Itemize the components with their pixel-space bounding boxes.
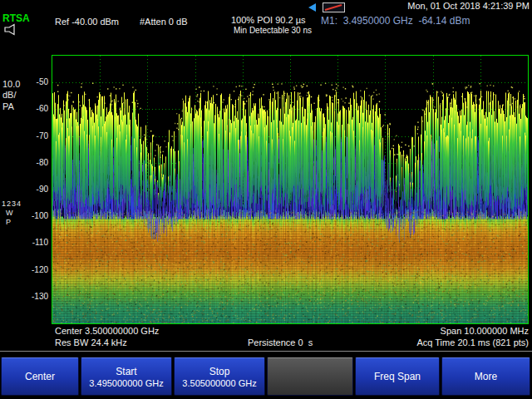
center-frequency: Center 3.500000000 GHz [55, 326, 159, 336]
touch-pointer-icon [306, 1, 317, 16]
softkey-value: 3.495000000 GHz [89, 378, 163, 388]
signal-activity-icon [323, 1, 345, 16]
res-bw: Res BW 24.4 kHz [55, 337, 127, 347]
acq-time: Acq Time 20.1 ms (821 pts) [417, 337, 530, 347]
y-axis-label: -100 [25, 211, 48, 220]
softkey-label: Stop [209, 366, 230, 377]
speaker-icon [3, 23, 20, 39]
preamp-indicator: PA [2, 101, 14, 111]
poi-readout: 100% POI 90.2 µs [231, 15, 306, 25]
softkey-start[interactable]: Start 3.495000000 GHz [81, 357, 172, 396]
softkey-label: More [475, 371, 497, 382]
footer-separator [0, 351, 532, 352]
softkey-label: Freq Span [374, 371, 421, 382]
mode-label: RTSA [2, 12, 30, 24]
y-axis-label: -80 [25, 158, 48, 167]
marker-readout: M1: 3.4950000 GHz -64.14 dBm [321, 15, 470, 27]
persistence: Persistence 0 s [248, 337, 313, 347]
y-axis-label: -70 [25, 131, 48, 140]
softkey-label: Start [116, 366, 136, 377]
trace-state-p: P [6, 218, 11, 226]
fieldfox-rtsa-screen: { "top_bar": { "datetime": "Mon, 01 Oct … [0, 0, 532, 399]
y-axis-label: -90 [25, 185, 48, 194]
min-detectable: Min Detectable 30 ns [234, 26, 312, 35]
scale-unit: dB/ [2, 90, 17, 100]
trace-numbers: 1234 [2, 200, 22, 208]
softkey-more[interactable]: More [441, 357, 530, 396]
ref-level: Ref -40.00 dBm [55, 17, 119, 27]
spectrum-canvas[interactable] [52, 56, 528, 323]
softkey-label: Center [25, 371, 55, 382]
datetime: Mon, 01 Oct 2018 4:21:39 PM [407, 1, 530, 11]
y-axis-label: -60 [25, 104, 48, 113]
softkey-bar: Center Start 3.495000000 GHz Stop 3.5050… [0, 357, 532, 396]
scale-value: 10.0 [2, 79, 20, 89]
y-axis-label: -110 [25, 238, 48, 247]
softkey-blank [267, 357, 353, 396]
y-axis-label: -130 [25, 292, 48, 301]
softkey-freq-span[interactable]: Freq Span [355, 357, 440, 396]
spectrum-display[interactable] [52, 55, 529, 324]
top-status-bar: Mon, 01 Oct 2018 4:21:39 PM [0, 0, 532, 12]
attenuation: #Atten 0 dB [140, 17, 188, 27]
softkey-value: 3.505000000 GHz [182, 378, 256, 388]
span-readout: Span 10.000000 MHz [441, 326, 529, 336]
softkey-center[interactable]: Center [1, 357, 79, 396]
softkey-stop[interactable]: Stop 3.505000000 GHz [174, 357, 265, 396]
y-axis-label: -120 [25, 265, 48, 274]
y-axis-label: -50 [25, 77, 48, 86]
trace-state-w: W [6, 209, 13, 217]
